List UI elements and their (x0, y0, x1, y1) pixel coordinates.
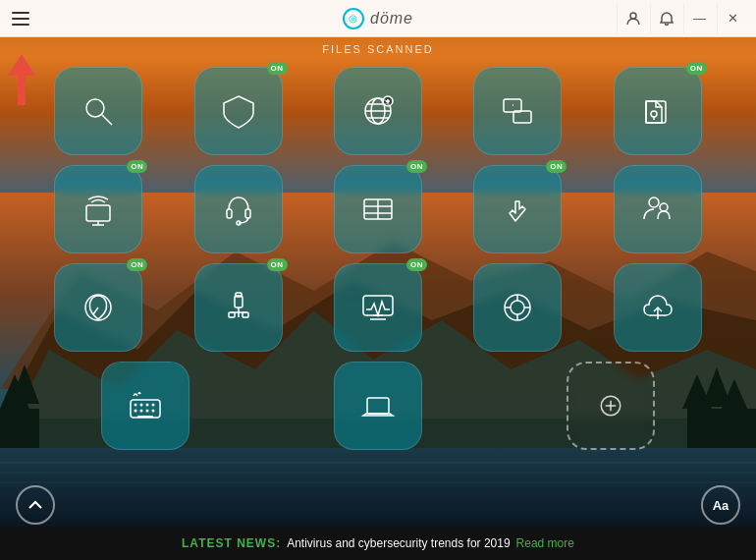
on-badge-6: ON (127, 258, 147, 271)
arrow-indicator (8, 54, 35, 105)
on-badge-5: ON (546, 160, 567, 173)
tile-system-monitor[interactable]: ON (334, 263, 422, 352)
files-scanned-label: FILES SCANNED (0, 37, 756, 59)
svg-rect-51 (243, 312, 248, 317)
svg-point-58 (511, 301, 524, 314)
icon-grid-area: ON ON ON (0, 59, 756, 458)
news-label: LATEST NEWS: (182, 536, 281, 550)
profile-button[interactable] (617, 4, 648, 33)
tile-firewall[interactable]: ON (194, 67, 283, 155)
tile-wifi-monitor[interactable]: ON (54, 165, 142, 253)
tile-antivirus[interactable] (54, 67, 142, 155)
svg-rect-47 (235, 296, 243, 308)
on-badge: ON (267, 62, 288, 75)
news-bar: LATEST NEWS: Antivirus and cybersecurity… (0, 527, 756, 560)
svg-point-43 (649, 197, 659, 207)
news-text: Antivirus and cybersecurity trends for 2… (287, 536, 510, 550)
icon-rows: ON ON ON (20, 67, 736, 450)
tile-parental-control[interactable] (614, 165, 702, 253)
tile-usb-control[interactable]: ON (194, 263, 283, 352)
tile-support[interactable] (194, 165, 283, 253)
svg-rect-33 (86, 205, 110, 221)
tile-rescue-disk[interactable] (473, 263, 562, 352)
titlebar: ◎ döme — ✕ (0, 0, 756, 37)
font-size-button[interactable]: Aa (701, 485, 740, 525)
tile-laptop[interactable] (334, 362, 422, 450)
titlebar-left (8, 8, 33, 29)
on-badge-7: ON (267, 258, 288, 271)
svg-rect-64 (131, 400, 160, 418)
icon-row-3: ON ON ON (34, 263, 722, 352)
svg-point-44 (660, 203, 668, 211)
menu-button[interactable] (8, 8, 33, 29)
on-badge-8: ON (406, 258, 427, 271)
bottom-controls: Aa (0, 485, 756, 525)
close-button[interactable]: ✕ (717, 4, 748, 33)
svg-line-46 (93, 308, 98, 314)
svg-rect-36 (227, 209, 232, 218)
svg-rect-28 (513, 111, 531, 123)
tile-add[interactable] (567, 362, 655, 450)
arrow-shaft (18, 76, 26, 105)
tile-privacy-cleaner[interactable]: ON (54, 263, 142, 352)
tile-keyboard[interactable] (101, 362, 189, 450)
svg-line-18 (102, 115, 112, 125)
tile-firewall2[interactable]: ON (334, 165, 422, 253)
on-badge-4: ON (406, 160, 427, 173)
tile-backup[interactable] (614, 263, 702, 352)
svg-point-17 (86, 99, 104, 117)
svg-point-31 (651, 111, 657, 117)
tile-device-control[interactable] (473, 67, 562, 155)
logo-text: döme (370, 10, 413, 28)
titlebar-logo: ◎ döme (343, 8, 413, 29)
logo-icon: ◎ (343, 8, 364, 29)
svg-rect-54 (363, 296, 393, 315)
tile-web-protection[interactable] (334, 67, 422, 155)
on-badge-2: ON (686, 62, 707, 75)
minimize-button[interactable]: — (683, 4, 715, 33)
arrow-up-shape (8, 54, 35, 76)
notifications-button[interactable] (650, 4, 681, 33)
svg-rect-53 (236, 293, 242, 297)
svg-rect-37 (245, 209, 250, 218)
titlebar-controls: — ✕ (617, 4, 748, 33)
svg-rect-50 (229, 312, 235, 317)
read-more-link[interactable]: Read more (516, 536, 574, 550)
icon-row-4 (34, 362, 722, 450)
svg-point-16 (630, 13, 636, 19)
tile-file-encryption[interactable]: ON (614, 67, 702, 155)
tile-safe-browsing[interactable]: ON (473, 165, 562, 253)
on-badge-3: ON (127, 160, 147, 173)
icon-row-2: ON ON ON (34, 165, 722, 253)
scroll-up-button[interactable] (16, 485, 55, 525)
icon-row-1: ON ON (34, 67, 722, 155)
svg-rect-74 (367, 398, 389, 414)
